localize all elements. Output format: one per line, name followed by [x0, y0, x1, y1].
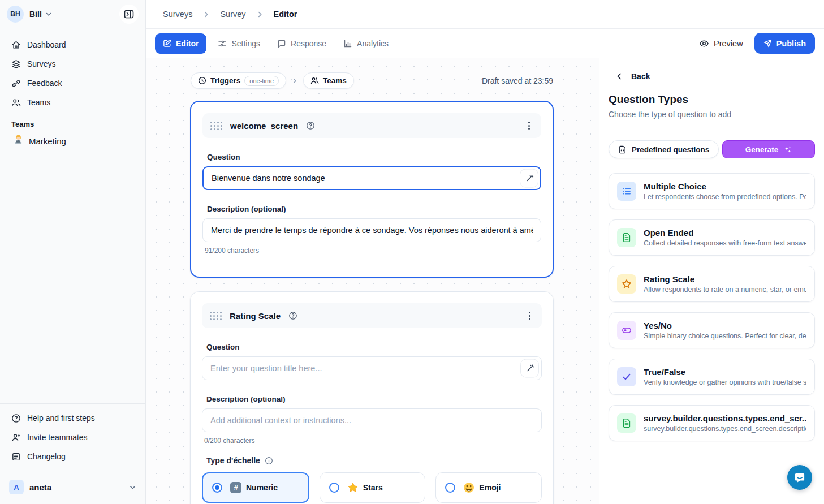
question-type-open-ended[interactable]: Open Ended Collect detailed responses wi…: [609, 219, 815, 256]
sidebar-item-surveys[interactable]: Surveys: [6, 54, 140, 74]
check-icon: [617, 367, 636, 386]
scale-option-stars[interactable]: Stars: [320, 472, 426, 503]
question-card-header: Rating Scale: [202, 303, 542, 328]
chat-launcher-button[interactable]: [787, 465, 812, 490]
sidebar-item-feedback[interactable]: Feedback: [6, 74, 140, 93]
sparkles-icon: [783, 145, 792, 154]
panel-title: Question Types: [609, 93, 815, 106]
drag-handle-icon[interactable]: [210, 312, 222, 320]
chevron-right-icon: [202, 11, 210, 18]
question-title-input[interactable]: [202, 356, 542, 380]
breadcrumb-editor: Editor: [274, 10, 297, 19]
breadcrumb-surveys[interactable]: Surveys: [163, 10, 192, 19]
breadcrumb-survey[interactable]: Survey: [220, 10, 245, 19]
sidebar-footer: Help and first steps Invite teammates Ch…: [0, 399, 145, 504]
scale-option-emoji[interactable]: Emoji: [435, 472, 542, 503]
draft-status: Draft saved at 23:59: [482, 76, 553, 85]
smiley-emoji-icon: [463, 482, 474, 493]
question-type-description: Simple binary choice questions. Perfect …: [644, 332, 806, 340]
magic-wand-button[interactable]: [520, 359, 539, 378]
generate-button[interactable]: Generate: [722, 140, 815, 158]
question-type-yes-no[interactable]: Yes/No Simple binary choice questions. P…: [609, 312, 815, 348]
newspaper-icon: [11, 452, 21, 462]
help-circle-icon[interactable]: [306, 121, 315, 130]
back-label: Back: [631, 72, 650, 81]
account-menu[interactable]: A aneta: [6, 476, 140, 498]
sidebar-collapse-button[interactable]: [119, 5, 139, 24]
question-card-rating-scale[interactable]: Rating Scale Question Description (optio…: [190, 291, 554, 504]
scale-type-label: Type d'échelle: [206, 456, 260, 465]
sidebar-item-invite[interactable]: Invite teammates: [6, 428, 140, 447]
survey-canvas: Triggers one-time Teams Draft saved at 2…: [146, 58, 599, 504]
sidebar-item-marketing[interactable]: Marketing: [6, 131, 140, 151]
sidebar-item-label: Changelog: [27, 452, 66, 461]
chevron-right-icon: [256, 11, 264, 18]
question-field-label: Question: [207, 153, 537, 161]
teams-section-heading: Teams: [11, 120, 134, 128]
panel-subtitle: Choose the type of question to add: [609, 110, 815, 119]
radio-unchecked-icon[interactable]: [329, 483, 339, 493]
sidebar-item-label: Dashboard: [27, 40, 66, 49]
question-card-title: welcome_screen: [230, 121, 298, 131]
hash-keycap-icon: #: [230, 482, 241, 493]
tab-analytics[interactable]: Analytics: [338, 33, 394, 54]
tab-editor[interactable]: Editor: [155, 33, 206, 54]
chevron-right-icon: [291, 77, 298, 84]
sidebar-item-dashboard[interactable]: Dashboard: [6, 35, 140, 54]
canvas-topbar: Triggers one-time Teams Draft saved at 2…: [191, 72, 553, 89]
more-options-icon[interactable]: [525, 119, 533, 132]
workspace-switcher[interactable]: BH Bill: [0, 0, 145, 28]
question-type-true-false[interactable]: True/False Verify knowledge or gather op…: [609, 359, 815, 395]
preview-button[interactable]: Preview: [699, 38, 743, 49]
star-icon: [617, 274, 636, 294]
question-type-description: Verify knowledge or gather opinions with…: [644, 378, 806, 386]
more-options-icon[interactable]: [525, 309, 534, 322]
publish-label: Publish: [776, 39, 806, 48]
scale-option-label: Numeric: [246, 483, 278, 492]
user-plus-icon: [11, 433, 21, 442]
predefined-questions-label: Predefined questions: [632, 145, 709, 154]
triggers-chip-label: Triggers: [210, 76, 240, 85]
chevron-down-icon: [45, 11, 52, 18]
scale-option-numeric[interactable]: # Numeric: [202, 472, 309, 503]
question-description-input[interactable]: [202, 408, 542, 432]
home-icon: [11, 40, 21, 50]
info-circle-icon[interactable]: [265, 456, 273, 465]
help-circle-icon[interactable]: [288, 311, 297, 320]
question-type-description: Allow respondents to rate on a numeric, …: [644, 286, 806, 294]
character-count: 91/200 characters: [205, 247, 539, 255]
editor-toolbar: Editor Settings Response Analytics: [146, 29, 824, 58]
question-type-rating-scale[interactable]: Rating Scale Allow respondents to rate o…: [609, 266, 815, 302]
divider: [599, 130, 824, 130]
question-type-multiple-choice[interactable]: Multiple Choice Let respondents choose f…: [609, 173, 815, 209]
sidebar-item-teams[interactable]: Teams: [6, 93, 140, 112]
question-type-title: Open Ended: [644, 228, 806, 238]
sidebar-nav: Dashboard Surveys Feedback Teams: [0, 28, 145, 151]
triggers-chip[interactable]: Triggers one-time: [191, 72, 286, 89]
teams-chip[interactable]: Teams: [303, 72, 354, 89]
users-icon: [11, 98, 21, 107]
sliders-icon: [218, 39, 227, 48]
question-title-input[interactable]: [202, 166, 541, 190]
drag-handle-icon[interactable]: [210, 122, 222, 130]
question-type-end-screen[interactable]: survey.builder.questions.types.end_scr..…: [609, 405, 815, 441]
tab-response[interactable]: Response: [271, 33, 332, 54]
tab-settings[interactable]: Settings: [212, 33, 266, 54]
send-icon: [763, 39, 772, 48]
publish-button[interactable]: Publish: [754, 33, 815, 54]
predefined-questions-button[interactable]: Predefined questions: [609, 140, 719, 158]
back-button[interactable]: Back: [615, 72, 824, 81]
tab-label: Response: [291, 39, 326, 48]
scale-option-label: Emoji: [479, 483, 501, 492]
question-description-input[interactable]: [202, 218, 541, 242]
sidebar-item-help[interactable]: Help and first steps: [6, 408, 140, 428]
character-count: 0/200 characters: [204, 437, 540, 445]
radio-checked-icon[interactable]: [212, 483, 222, 493]
question-type-title: survey.builder.questions.types.end_scr..…: [644, 413, 806, 423]
question-field-label: Question: [206, 343, 537, 351]
question-card-welcome-screen[interactable]: welcome_screen Question Description (opt…: [190, 101, 554, 278]
radio-unchecked-icon[interactable]: [445, 483, 455, 493]
sidebar-item-changelog[interactable]: Changelog: [6, 447, 140, 466]
sidebar-item-label: Feedback: [27, 79, 62, 88]
magic-wand-button[interactable]: [520, 169, 538, 188]
